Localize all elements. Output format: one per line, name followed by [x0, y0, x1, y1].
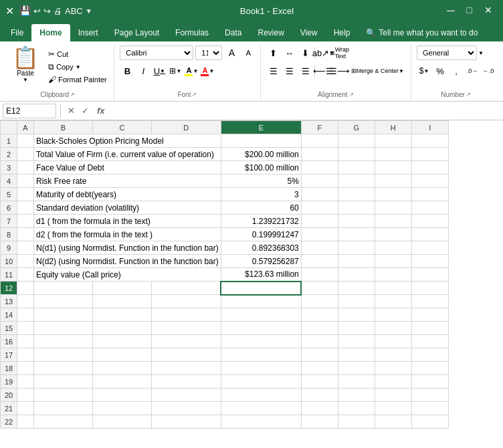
cell[interactable] — [301, 268, 338, 282]
tab-review[interactable]: Review — [249, 24, 292, 41]
percent-button[interactable]: % — [433, 64, 447, 78]
cell[interactable] — [375, 388, 411, 402]
cell[interactable] — [221, 402, 301, 415]
row-header-3[interactable]: 3 — [1, 161, 17, 175]
tab-formulas[interactable]: Formulas — [167, 24, 217, 41]
cell[interactable] — [411, 175, 448, 188]
cell[interactable] — [411, 335, 448, 348]
cell[interactable] — [338, 241, 375, 255]
fill-color-dropdown-icon[interactable]: ▼ — [193, 68, 198, 74]
font-size-select[interactable]: 11 — [195, 45, 222, 60]
cell[interactable] — [301, 255, 338, 268]
increase-font-size-button[interactable]: A — [224, 45, 239, 60]
border-dropdown-icon[interactable]: ▼ — [176, 68, 181, 74]
undo-icon[interactable]: ↩ — [33, 6, 41, 16]
cell[interactable]: $123.63 million — [221, 268, 301, 282]
align-top-button[interactable]: ⬆ — [266, 45, 281, 60]
increase-decimal-button[interactable]: .0→ — [465, 64, 480, 78]
cell[interactable] — [338, 415, 375, 429]
cell[interactable] — [221, 362, 301, 375]
cell[interactable] — [375, 228, 411, 241]
more-commands-icon[interactable]: ▼ — [86, 7, 92, 15]
cell[interactable] — [411, 228, 448, 241]
cell[interactable]: 5% — [221, 175, 301, 188]
cell[interactable] — [411, 362, 448, 375]
cell[interactable] — [92, 375, 151, 388]
border-button[interactable]: ⊞ ▼ — [168, 64, 183, 78]
cell[interactable] — [92, 282, 151, 295]
cell[interactable] — [17, 188, 34, 201]
row-header-11[interactable]: 11 — [1, 268, 17, 282]
cell[interactable] — [338, 175, 375, 188]
cell[interactable] — [338, 148, 375, 161]
cell[interactable]: d2 ( from the formula in the text ) — [34, 228, 221, 241]
align-middle-button[interactable]: ↔ — [282, 45, 297, 60]
cell[interactable] — [375, 375, 411, 388]
cell[interactable] — [92, 308, 151, 322]
cell[interactable] — [375, 282, 411, 295]
cell[interactable] — [34, 335, 93, 348]
cell[interactable] — [17, 255, 34, 268]
cell[interactable] — [411, 188, 448, 201]
cell[interactable]: 3 — [221, 188, 301, 201]
copy-dropdown-icon[interactable]: ▼ — [76, 64, 81, 70]
cell[interactable] — [151, 295, 221, 308]
cell[interactable] — [17, 348, 34, 362]
cell[interactable] — [17, 148, 34, 161]
cell[interactable] — [375, 134, 411, 148]
cell[interactable] — [301, 228, 338, 241]
fill-color-button[interactable]: A ▼ — [184, 64, 199, 78]
cell[interactable] — [338, 308, 375, 322]
align-left-button[interactable]: ☰ — [266, 64, 281, 78]
cell[interactable]: $100.00 million — [221, 161, 301, 175]
number-expander-icon[interactable]: ↗ — [466, 92, 471, 98]
quickprint-icon[interactable]: 🖨 — [54, 6, 62, 16]
cell[interactable] — [17, 295, 34, 308]
cell[interactable] — [301, 175, 338, 188]
cell[interactable] — [338, 388, 375, 402]
cell[interactable] — [221, 282, 301, 295]
col-header-e[interactable]: E — [221, 121, 301, 134]
cell[interactable]: N(d1) (using Normdist. Function in the f… — [34, 241, 221, 255]
cell[interactable] — [338, 228, 375, 241]
paste-button[interactable]: 📋 Paste ▼ — [7, 45, 44, 84]
cell[interactable] — [375, 335, 411, 348]
cell[interactable] — [338, 322, 375, 335]
cell[interactable] — [301, 215, 338, 228]
align-center-button[interactable]: ☰ — [282, 64, 297, 78]
cell[interactable]: Black-Scholes Option Pricing Model — [34, 134, 221, 148]
cell[interactable] — [17, 415, 34, 429]
cell[interactable] — [17, 241, 34, 255]
cell[interactable]: Maturity of debt(years) — [34, 188, 221, 201]
bold-button[interactable]: B — [120, 64, 134, 78]
row-header-18[interactable]: 18 — [1, 362, 17, 375]
cell[interactable] — [221, 134, 301, 148]
close-icon[interactable]: ✕ — [479, 5, 498, 17]
cell[interactable] — [301, 134, 338, 148]
cell[interactable] — [221, 375, 301, 388]
row-header-13[interactable]: 13 — [1, 295, 17, 308]
cell[interactable] — [301, 362, 338, 375]
cell[interactable] — [34, 362, 93, 375]
save-icon[interactable]: 💾 — [19, 5, 31, 16]
cell[interactable] — [151, 388, 221, 402]
cell[interactable] — [375, 295, 411, 308]
col-header-b[interactable]: B — [34, 121, 93, 134]
cell[interactable]: Standard deviation (volatility) — [34, 201, 221, 215]
row-header-21[interactable]: 21 — [1, 402, 17, 415]
cell[interactable] — [375, 241, 411, 255]
row-header-19[interactable]: 19 — [1, 375, 17, 388]
cell[interactable] — [34, 308, 93, 322]
cell[interactable] — [151, 375, 221, 388]
cell[interactable] — [338, 295, 375, 308]
confirm-formula-button[interactable]: ✓ — [79, 104, 92, 117]
cell[interactable] — [301, 335, 338, 348]
cell[interactable] — [338, 161, 375, 175]
cell[interactable] — [221, 295, 301, 308]
underline-dropdown-icon[interactable]: ▼ — [160, 68, 165, 74]
cell[interactable] — [151, 348, 221, 362]
cell[interactable] — [301, 388, 338, 402]
cell[interactable] — [221, 308, 301, 322]
cell[interactable] — [301, 375, 338, 388]
cell[interactable] — [34, 348, 93, 362]
